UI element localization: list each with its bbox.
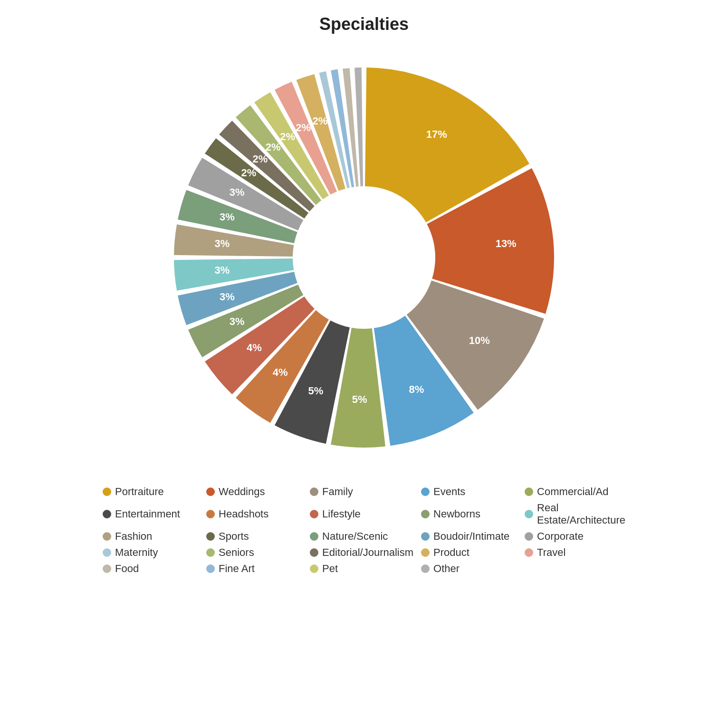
legend-item: Lifestyle [310, 502, 413, 526]
pie-label: 3% [220, 291, 235, 303]
pie-label: 2% [252, 153, 268, 165]
pie-svg: 17%13%10%8%5%5%4%4%3%3%3%3%3%3%2%2%2%2%2… [150, 44, 578, 471]
legend-label: Seniors [219, 546, 254, 559]
legend-dot [310, 548, 318, 557]
legend-item: Headshots [206, 502, 302, 526]
pie-label: 3% [214, 238, 230, 249]
legend-item: Travel [525, 546, 625, 559]
legend-item: Seniors [206, 546, 302, 559]
legend-label: Lifestyle [322, 508, 361, 520]
legend-dot [206, 564, 215, 573]
legend-item: Food [103, 563, 199, 575]
legend-dot [206, 548, 215, 557]
pie-label: 2% [296, 122, 311, 134]
legend-dot [310, 564, 318, 573]
legend-label: Portraiture [115, 486, 164, 498]
legend-item: Portraiture [103, 486, 199, 498]
legend-dot [310, 532, 318, 541]
legend-label: Other [433, 563, 460, 575]
legend-dot [310, 510, 318, 518]
pie-label: 5% [352, 393, 367, 405]
legend-item: Newborns [421, 502, 517, 526]
pie-label: 8% [409, 383, 424, 395]
legend-dot [103, 548, 111, 557]
legend-label: Boudoir/Intimate [433, 530, 509, 543]
legend-label: Newborns [433, 508, 480, 520]
legend-dot [421, 510, 430, 518]
legend-label: Pet [322, 563, 338, 575]
legend-label: Family [322, 486, 353, 498]
legend-label: Corporate [537, 530, 584, 543]
legend-dot [206, 487, 215, 496]
legend-dot [206, 532, 215, 541]
legend-dot [310, 487, 318, 496]
pie-label: 2% [312, 115, 327, 127]
legend-item: Events [421, 486, 517, 498]
legend-label: Fashion [115, 530, 152, 543]
legend-dot [421, 532, 430, 541]
pie-chart: 17%13%10%8%5%5%4%4%3%3%3%3%3%3%2%2%2%2%2… [150, 44, 578, 471]
legend-dot [525, 487, 533, 496]
pie-label: 3% [230, 186, 245, 198]
legend-item: Sports [206, 530, 302, 543]
legend-label: Fine Art [219, 563, 255, 575]
pie-label: 3% [214, 264, 230, 276]
legend-dot [103, 487, 111, 496]
pie-label: 10% [469, 334, 490, 346]
legend-item: Nature/Scenic [310, 530, 413, 543]
legend-dot [525, 548, 533, 557]
legend-label: Maternity [115, 546, 158, 559]
legend-item: Maternity [103, 546, 199, 559]
pie-label: 2% [266, 141, 281, 153]
legend-label: Sports [219, 530, 249, 543]
chart-title: Specialties [319, 14, 409, 34]
legend-item: Fashion [103, 530, 199, 543]
pie-label: 3% [220, 211, 235, 223]
legend: PortraitureWeddingsFamilyEventsCommercia… [103, 486, 625, 575]
legend-dot [103, 532, 111, 541]
legend-item: Corporate [525, 530, 625, 543]
legend-item: Commercial/Ad [525, 486, 625, 498]
legend-item: Fine Art [206, 563, 302, 575]
legend-label: Real Estate/Architecture [537, 502, 625, 526]
legend-dot [103, 510, 111, 518]
pie-label: 17% [426, 128, 447, 140]
legend-label: Commercial/Ad [537, 486, 608, 498]
legend-item: Weddings [206, 486, 302, 498]
legend-item: Family [310, 486, 413, 498]
legend-label: Editorial/Journalism [322, 546, 413, 559]
pie-label: 3% [230, 315, 245, 327]
legend-dot [421, 564, 430, 573]
legend-dot [421, 548, 430, 557]
legend-item: Real Estate/Architecture [525, 502, 625, 526]
legend-item: Boudoir/Intimate [421, 530, 517, 543]
legend-dot [206, 510, 215, 518]
pie-label: 4% [247, 342, 262, 354]
pie-label: 4% [273, 366, 288, 378]
legend-label: Entertainment [115, 508, 180, 520]
legend-label: Events [433, 486, 465, 498]
pie-label: 5% [308, 385, 323, 397]
legend-label: Food [115, 563, 139, 575]
legend-dot [103, 564, 111, 573]
legend-item: Editorial/Journalism [310, 546, 413, 559]
legend-label: Weddings [219, 486, 265, 498]
legend-item: Other [421, 563, 517, 575]
legend-label: Product [433, 546, 469, 559]
legend-item: Entertainment [103, 502, 199, 526]
legend-item [525, 563, 625, 575]
legend-dot [525, 510, 533, 518]
legend-dot [421, 487, 430, 496]
legend-label: Headshots [219, 508, 268, 520]
pie-label: 2% [241, 167, 256, 179]
pie-label: 2% [280, 131, 295, 143]
pie-label: 13% [496, 238, 517, 249]
legend-item: Pet [310, 563, 413, 575]
legend-item: Product [421, 546, 517, 559]
legend-dot [525, 532, 533, 541]
legend-label: Travel [537, 546, 565, 559]
legend-label: Nature/Scenic [322, 530, 388, 543]
